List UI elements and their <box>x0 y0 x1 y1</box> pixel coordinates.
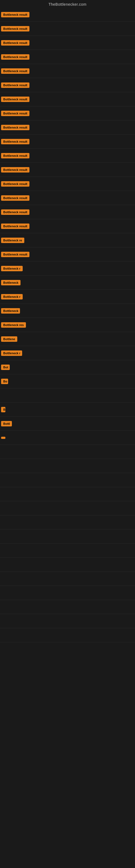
list-item: Bottleneck result <box>0 64 135 78</box>
bottleneck-result-badge[interactable]: Bottleneck res <box>1 322 26 328</box>
list-item <box>0 614 135 628</box>
bottleneck-result-badge[interactable]: Bottleneck <box>1 280 20 285</box>
bottleneck-result-badge[interactable]: Bottleneck result <box>1 139 30 144</box>
list-item: Bottleneck <box>0 304 135 318</box>
list-item: Bo <box>0 374 135 389</box>
bottleneck-result-badge[interactable]: Bottleneck result <box>1 26 30 31</box>
bottleneck-result-badge[interactable]: B <box>1 407 5 412</box>
bottleneck-result-badge[interactable]: Bot <box>1 365 10 370</box>
list-item <box>0 600 135 614</box>
list-item: Bot <box>0 360 135 374</box>
bottleneck-result-badge[interactable]: Bottleneck re <box>1 238 24 243</box>
bottleneck-result-badge[interactable]: Bottleneck result <box>1 12 30 18</box>
bottleneck-result-badge[interactable]: Bottleneck result <box>1 68 30 74</box>
list-item <box>0 628 135 642</box>
list-item: Bottleneck result <box>0 219 135 233</box>
list-item <box>0 516 135 529</box>
list-item: Bottleneck result <box>0 22 135 36</box>
list-item <box>0 501 135 516</box>
list-item: Bottleneck result <box>0 149 135 163</box>
list-item: Bottleneck result <box>0 36 135 50</box>
list-item: B <box>0 403 135 416</box>
bottleneck-result-badge[interactable]: Bottleneck r <box>1 266 23 271</box>
bottleneck-result-badge[interactable]: Bottleneck result <box>1 209 30 215</box>
site-title: TheBottlenecker.com <box>0 0 135 8</box>
list-item: Bottleneck result <box>0 106 135 120</box>
list-item: Bottleneck result <box>0 163 135 177</box>
bottleneck-result-badge[interactable]: Bottlene <box>1 336 17 342</box>
list-item: Bottleneck result <box>0 134 135 149</box>
list-item <box>0 431 135 445</box>
list-item <box>0 445 135 459</box>
list-item <box>0 586 135 600</box>
list-item <box>0 572 135 586</box>
bottleneck-result-badge[interactable]: Bottleneck r <box>1 294 23 300</box>
bottleneck-result-badge[interactable]: Bottleneck result <box>1 181 30 187</box>
bottleneck-result-badge[interactable]: Bottleneck result <box>1 252 30 257</box>
bottleneck-result-badge[interactable] <box>1 437 5 439</box>
bottleneck-result-badge[interactable]: Bottleneck result <box>1 153 30 158</box>
bottleneck-result-badge[interactable]: Bottleneck result <box>1 97 30 102</box>
list-item: Bottleneck result <box>0 78 135 92</box>
list-item: Bottleneck r <box>0 290 135 304</box>
bottleneck-result-badge[interactable]: Bottleneck r <box>1 350 22 356</box>
bottleneck-result-badge[interactable]: Bottleneck result <box>1 83 30 88</box>
list-item <box>0 487 135 501</box>
list-item: Bottleneck result <box>0 92 135 106</box>
bottleneck-result-badge[interactable]: Bo <box>1 379 8 384</box>
bottleneck-result-badge[interactable]: Bottleneck result <box>1 195 30 201</box>
list-item: Bottleneck result <box>0 8 135 22</box>
bottleneck-result-badge[interactable]: Bottleneck result <box>1 167 30 173</box>
list-item: Bottleneck <box>0 276 135 290</box>
list-item: Bottleneck res <box>0 318 135 332</box>
list-item <box>0 558 135 572</box>
list-item <box>0 459 135 473</box>
bottleneck-result-badge[interactable]: Bottleneck result <box>1 111 30 116</box>
list-item <box>0 473 135 487</box>
list-item: Bottleneck result <box>0 191 135 205</box>
bottleneck-result-badge[interactable]: Bottleneck result <box>1 125 30 130</box>
bottleneck-result-badge[interactable]: Bottleneck result <box>1 54 30 60</box>
list-item: Bottleneck result <box>0 120 135 134</box>
bottleneck-result-badge[interactable]: Bottleneck result <box>1 223 30 229</box>
bottleneck-result-badge[interactable]: Bottl <box>1 421 12 426</box>
bottleneck-result-badge[interactable]: Bottleneck result <box>1 40 30 45</box>
list-item: Bottleneck result <box>0 205 135 219</box>
list-item <box>0 544 135 558</box>
list-item: Bottleneck result <box>0 247 135 261</box>
list-item: Bottleneck re <box>0 233 135 247</box>
list-item: Bottleneck result <box>0 50 135 64</box>
list-item <box>0 529 135 544</box>
list-item: Bottleneck r <box>0 261 135 276</box>
bottleneck-result-badge[interactable]: Bottleneck <box>1 308 20 314</box>
list-item <box>0 389 135 403</box>
list-item: Bottl <box>0 416 135 431</box>
bottleneck-list: Bottleneck resultBottleneck resultBottle… <box>0 8 135 642</box>
list-item: Bottlene <box>0 332 135 346</box>
list-item: Bottleneck result <box>0 177 135 191</box>
list-item: Bottleneck r <box>0 346 135 360</box>
